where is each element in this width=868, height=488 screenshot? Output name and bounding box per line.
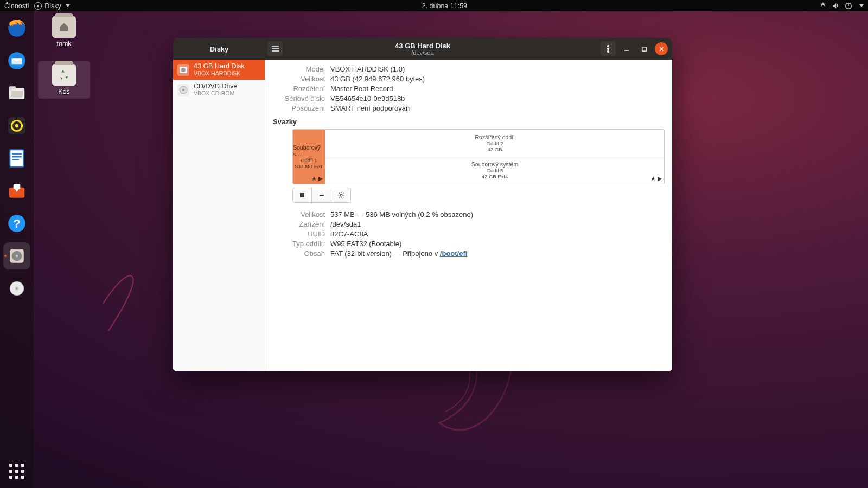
show-applications-button[interactable] xyxy=(0,454,34,488)
dock-thunderbird[interactable] xyxy=(3,47,30,74)
prop-value: VBOX HARDDISK (1.0) xyxy=(330,65,665,73)
dock-libreoffice-writer[interactable] xyxy=(3,145,30,172)
svg-point-26 xyxy=(608,46,609,47)
dock-disks[interactable] xyxy=(3,242,30,269)
prop-value: W95 FAT32 (Bootable) xyxy=(330,240,665,248)
delete-partition-button[interactable] xyxy=(312,188,331,203)
window-title: 43 GB Hard Disk xyxy=(395,42,450,50)
chevron-down-icon xyxy=(859,4,864,7)
device-sub: VBOX CD-ROM xyxy=(194,91,238,97)
app-menu-label: Disky xyxy=(44,2,61,10)
partition-label: Souborový systém xyxy=(471,161,518,168)
volumes-diagram: Souborový s… Oddíl 1 537 MB FAT ★ ▶ Rozš… xyxy=(292,129,665,184)
desktop-home-label: tomk xyxy=(56,40,71,48)
activities-button[interactable]: Činnosti xyxy=(4,2,29,10)
content-prefix: FAT (32-bit version) — Připojeno v xyxy=(330,249,440,258)
svg-point-36 xyxy=(340,194,342,196)
disks-window: Disky 43 GB Hard Disk /dev/sda 43 GB Har… xyxy=(173,38,672,371)
power-icon xyxy=(845,2,852,10)
prop-key: UUID xyxy=(273,230,325,238)
volume-toolbar xyxy=(292,188,665,203)
partition-sub: Oddíl 5 xyxy=(487,168,503,174)
minimize-button[interactable] xyxy=(620,42,633,55)
app-menu[interactable]: Disky xyxy=(34,2,70,10)
hamburger-button[interactable] xyxy=(267,41,283,56)
dock: ? xyxy=(0,11,34,488)
partition-label: Rozšířený oddíl xyxy=(475,134,515,140)
device-sub: VBOX HARDDISK xyxy=(194,70,245,77)
recycle-icon xyxy=(58,69,70,81)
prop-key: Velikost xyxy=(273,210,325,219)
prop-value: 537 MB — 536 MB volných (0,2 % obsazeno) xyxy=(330,210,665,219)
prop-key: Typ oddílu xyxy=(273,240,325,248)
prop-value: VB54654e10-0e9d518b xyxy=(330,94,665,102)
close-button[interactable] xyxy=(655,42,668,55)
titlebar[interactable]: Disky 43 GB Hard Disk /dev/sda xyxy=(173,38,672,60)
desktop-home-folder[interactable]: tomk xyxy=(38,16,90,48)
system-tray[interactable] xyxy=(819,2,864,10)
prop-value: 43 GB (42 949 672 960 bytes) xyxy=(330,75,665,83)
home-icon xyxy=(59,22,69,33)
svg-rect-5 xyxy=(9,86,16,89)
prop-value: 82C7-AC8A xyxy=(330,230,665,238)
desktop-trash[interactable]: Koš xyxy=(38,61,90,99)
partition-size: 42 GB Ext4 xyxy=(482,174,508,179)
prop-key: Velikost xyxy=(273,75,325,83)
desktop-trash-label: Koš xyxy=(58,88,70,95)
clock[interactable]: 2. dubna 11:59 xyxy=(70,2,819,10)
prop-value: FAT (32-bit version) — Připojeno v /boot… xyxy=(330,249,665,258)
svg-point-31 xyxy=(181,68,186,72)
device-hard-disk[interactable]: 43 GB Hard Disk VBOX HARDDISK xyxy=(173,60,265,80)
svg-rect-29 xyxy=(642,47,646,50)
svg-point-27 xyxy=(608,48,609,50)
dock-files[interactable] xyxy=(3,80,30,107)
mount-point-link[interactable]: /boot/efi xyxy=(440,249,468,258)
volume-icon xyxy=(832,2,839,9)
device-name: CD/DVD Drive xyxy=(194,83,238,91)
disk-icon xyxy=(34,2,42,10)
dock-rhythmbox[interactable] xyxy=(3,112,30,139)
maximize-button[interactable] xyxy=(637,42,650,55)
partition-5[interactable]: Souborový systém Oddíl 5 42 GB Ext4 ★ ▶ xyxy=(326,157,664,184)
partition-label: Souborový s… xyxy=(293,144,325,157)
svg-rect-6 xyxy=(11,91,23,97)
prop-key: Zařízení xyxy=(273,220,325,228)
svg-rect-35 xyxy=(320,195,324,196)
partition-sub: Oddíl 1 xyxy=(301,157,317,163)
partition-options-button[interactable] xyxy=(331,188,351,203)
optical-icon xyxy=(177,84,189,96)
mounted-indicator: ★ ▶ xyxy=(650,175,662,182)
svg-rect-14 xyxy=(12,159,19,160)
top-panel: Činnosti Disky 2. dubna 11:59 xyxy=(0,0,868,11)
volume-properties: Velikost 537 MB — 536 MB volných (0,2 % … xyxy=(273,210,665,258)
prop-value: /dev/sda1 xyxy=(330,220,665,228)
unmount-button[interactable] xyxy=(292,188,312,203)
dock-optical[interactable] xyxy=(3,275,30,302)
dock-software[interactable] xyxy=(3,177,30,204)
svg-point-28 xyxy=(608,51,609,53)
prop-value: SMART není podporován xyxy=(330,104,665,112)
disk-properties: Model VBOX HARDDISK (1.0) Velikost 43 GB… xyxy=(273,65,665,112)
partition-sub: Oddíl 2 xyxy=(487,140,503,146)
svg-rect-12 xyxy=(12,153,21,155)
partition-1[interactable]: Souborový s… Oddíl 1 537 MB FAT ★ ▶ xyxy=(293,130,326,184)
svg-point-9 xyxy=(15,124,18,127)
svg-text:?: ? xyxy=(13,217,21,230)
svg-point-21 xyxy=(16,255,18,257)
dock-help[interactable]: ? xyxy=(3,210,30,237)
prop-key: Rozdělení xyxy=(273,85,325,93)
prop-key: Obsah xyxy=(273,249,325,258)
drive-menu-button[interactable] xyxy=(601,41,616,56)
partition-size: 537 MB FAT xyxy=(295,163,323,169)
device-list: 43 GB Hard Disk VBOX HARDDISK CD/DVD Dri… xyxy=(173,60,265,371)
prop-key: Sériové číslo xyxy=(273,94,325,102)
svg-rect-13 xyxy=(12,156,21,157)
device-optical[interactable]: CD/DVD Drive VBOX CD-ROM xyxy=(173,80,265,100)
svg-point-25 xyxy=(16,288,18,290)
chevron-down-icon xyxy=(66,4,70,7)
svg-rect-10 xyxy=(10,150,23,167)
dock-firefox[interactable] xyxy=(3,15,30,42)
svg-rect-16 xyxy=(14,184,21,189)
window-subtitle: /dev/sda xyxy=(411,49,434,56)
partition-extended[interactable]: Rozšířený oddíl Oddíl 2 42 GB xyxy=(326,130,664,157)
